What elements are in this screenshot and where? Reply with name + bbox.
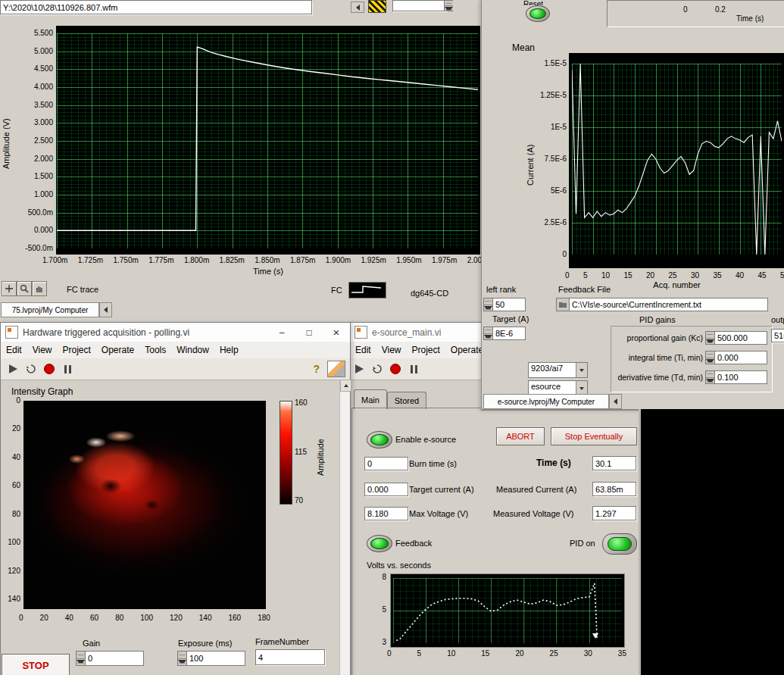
- target-a-field[interactable]: 8E-6: [492, 327, 526, 340]
- volts-plot-area[interactable]: [390, 573, 625, 648]
- context-help-button[interactable]: ?: [313, 363, 320, 375]
- chevron-left-icon: [104, 307, 108, 313]
- exposure-label: Exposure (ms): [178, 639, 233, 648]
- exposure-field[interactable]: 100: [186, 651, 245, 666]
- feedback-led[interactable]: [367, 535, 392, 552]
- scroll-left-button[interactable]: [351, 2, 364, 13]
- pid-integral-field[interactable]: 0.000: [714, 351, 767, 364]
- increment-icon: [706, 334, 714, 335]
- run-continuously-button[interactable]: [22, 361, 40, 377]
- vertical-scrollbar[interactable]: [339, 380, 350, 675]
- tick-label: 15: [623, 271, 632, 280]
- tab-scroll-left-button[interactable]: [609, 394, 622, 409]
- graph-cursor-tool-button[interactable]: [2, 281, 17, 296]
- tick-label: 20: [515, 649, 523, 658]
- gain-spinner[interactable]: [76, 651, 85, 666]
- polling-title-bar[interactable]: Hardware triggered acquisition - polling…: [1, 323, 350, 342]
- target-a-control[interactable]: 8E-6: [483, 327, 526, 340]
- volts-trace-plot: [393, 578, 622, 643]
- scroll-up-icon: [344, 384, 348, 387]
- scope-legend-label: FC trace: [67, 285, 98, 294]
- left-rank-label: left rank: [486, 285, 516, 294]
- menu-edit[interactable]: Edit: [350, 343, 376, 357]
- menu-project[interactable]: Project: [406, 343, 445, 357]
- minimize-button[interactable]: –: [268, 323, 295, 342]
- max-voltage-field[interactable]: 8.180: [364, 507, 408, 520]
- led-on-icon: [529, 8, 546, 19]
- menu-tools[interactable]: Tools: [139, 343, 171, 357]
- menu-view[interactable]: View: [27, 343, 58, 357]
- spinner[interactable]: [705, 351, 714, 364]
- left-rank-control[interactable]: 50: [483, 298, 526, 311]
- menu-window[interactable]: Window: [171, 343, 214, 357]
- tick-label: 1.750m: [113, 256, 138, 265]
- menu-operate[interactable]: Operate: [96, 343, 139, 357]
- path-browse-icon[interactable]: [556, 298, 569, 311]
- pid-integral-control[interactable]: 0.000: [705, 351, 767, 364]
- pid-proportional-control[interactable]: 500.000: [705, 331, 767, 345]
- waveform-path-field[interactable]: Y:\2020\10\28\110926.807.wfm: [0, 0, 312, 14]
- target-current-field[interactable]: 0.000: [364, 483, 408, 496]
- menu-view[interactable]: View: [376, 343, 407, 357]
- channel-selector-combo[interactable]: 9203/ai7: [528, 362, 588, 378]
- color-ramp[interactable]: [280, 401, 292, 505]
- graph-pan-tool-button[interactable]: [32, 281, 47, 296]
- pid-proportional-field[interactable]: 500.000: [714, 331, 767, 345]
- menu-project[interactable]: Project: [57, 343, 95, 357]
- striped-tool-icon[interactable]: [368, 0, 386, 13]
- abort-button[interactable]: ABORT: [496, 427, 545, 445]
- clipped-text-field[interactable]: [392, 0, 447, 11]
- graph-zoom-tool-button[interactable]: [17, 281, 32, 296]
- left-rank-spinner[interactable]: [483, 298, 492, 311]
- menu-edit[interactable]: Edit: [1, 343, 27, 357]
- feedback-file-field[interactable]: C:\VIs\e-source\CurrentIncrement.txt: [569, 298, 768, 311]
- pause-button[interactable]: [58, 361, 77, 377]
- loop-arrows-icon: [25, 364, 37, 374]
- run-button[interactable]: [4, 361, 22, 377]
- menu-help[interactable]: Help: [214, 343, 244, 357]
- plot-legend-sample[interactable]: [348, 282, 386, 298]
- exposure-control[interactable]: 100: [177, 651, 245, 666]
- burn-time-field[interactable]: 0: [364, 457, 408, 470]
- maximize-button[interactable]: □: [295, 323, 323, 342]
- tick-label: 7.5E-6: [545, 155, 567, 163]
- abort-execution-button[interactable]: [386, 361, 404, 377]
- pid-on-led[interactable]: [602, 533, 637, 555]
- spinner[interactable]: [705, 331, 714, 345]
- tab-stored[interactable]: Stored: [387, 392, 426, 409]
- feedback-file-control[interactable]: C:\VIs\e-source\CurrentIncrement.txt: [556, 298, 768, 311]
- run-continuously-button[interactable]: [368, 361, 386, 377]
- scroll-up-button[interactable]: [340, 380, 351, 392]
- project-tab-esource[interactable]: e-source.lvproj/My Computer: [483, 394, 609, 409]
- exposure-spinner[interactable]: [177, 651, 186, 666]
- gain-field[interactable]: 0: [85, 651, 144, 666]
- pid-derivative-control[interactable]: 0.100: [705, 370, 767, 384]
- intensity-plot-area[interactable]: [23, 401, 266, 609]
- clipped-spinner[interactable]: [444, 0, 453, 11]
- target-a-spinner[interactable]: [483, 327, 492, 340]
- dropdown-button[interactable]: [576, 363, 587, 377]
- abort-execution-button[interactable]: [40, 361, 58, 377]
- tab-main[interactable]: Main: [354, 389, 387, 409]
- stop-eventually-button[interactable]: Stop Eventually: [551, 427, 637, 445]
- tab-scroll-left-button[interactable]: [99, 302, 112, 317]
- mean-plot-area[interactable]: [569, 53, 784, 268]
- run-button[interactable]: [350, 361, 368, 377]
- pause-button[interactable]: [404, 361, 423, 377]
- gain-control[interactable]: 0: [76, 651, 144, 666]
- increment-icon: [484, 330, 492, 330]
- stop-button[interactable]: STOP: [2, 654, 70, 675]
- tick-label: 1.825m: [220, 256, 245, 265]
- pid-derivative-field[interactable]: 0.100: [714, 370, 767, 384]
- left-rank-field[interactable]: 50: [492, 298, 526, 311]
- scope-plot-area[interactable]: [56, 26, 480, 255]
- enable-esource-led[interactable]: [367, 431, 392, 448]
- output-field-clipped[interactable]: 516: [771, 329, 784, 342]
- led-on-icon: [608, 537, 632, 551]
- tick-label: 70: [295, 496, 313, 505]
- close-button[interactable]: ×: [323, 323, 350, 342]
- project-tab-scope[interactable]: 75.lvproj/My Computer: [1, 302, 99, 317]
- spinner[interactable]: [705, 370, 714, 384]
- tick-label: 5: [382, 606, 386, 614]
- reset-led[interactable]: [526, 5, 550, 22]
